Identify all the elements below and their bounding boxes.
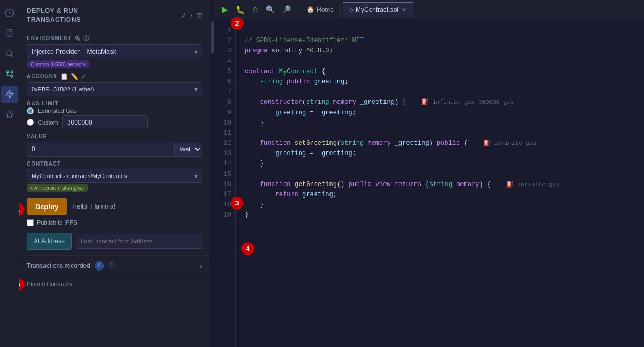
panel-header: DEPLOY & RUN TRANSACTIONS ✓ › ⊞ xyxy=(19,0,210,29)
code-content[interactable]: // SPDX-License-Identifier: MIT pragma s… xyxy=(236,19,644,347)
line-numbers: 1 2 3 4 5 6 7 8 9 10 11 12 13 14 15 16 1… xyxy=(215,19,236,347)
account-label: ACCOUNT xyxy=(27,73,57,79)
environment-label: ENVIRONMENT 🔌 ⓘ xyxy=(27,35,202,42)
svg-point-2 xyxy=(6,51,11,56)
panel-header-icons: ✓ › ⊞ xyxy=(180,11,202,20)
value-section: VALUE Wei xyxy=(27,134,202,157)
tab-close-icon[interactable]: ✕ xyxy=(402,6,406,13)
edit-icon[interactable]: ✏️ xyxy=(70,73,78,80)
pinned-row: Pinned Contracts xyxy=(19,276,210,291)
account-select-row[interactable]: 0xEBF...31B22 (1 ether) ▾ xyxy=(27,82,202,96)
gas-label: GAS LIMIT xyxy=(27,101,202,106)
zoom-in-icon[interactable]: 🔎 xyxy=(280,3,294,16)
gas-estimated-label: Estimated Gas xyxy=(38,107,76,114)
at-address-row: At Address xyxy=(27,233,202,250)
gas-estimated-row: Estimated Gas xyxy=(27,107,202,114)
account-icons: 📋 ✏️ ↗ xyxy=(60,73,86,80)
scrollbar-thumb[interactable] xyxy=(211,21,214,53)
svg-point-3 xyxy=(11,75,13,77)
contract-select[interactable]: MyContract - contracts/MyContract.s xyxy=(27,169,190,182)
env-info-icon[interactable]: ⓘ xyxy=(83,35,89,42)
copy-icon[interactable]: 📋 xyxy=(60,73,68,80)
value-input-row: Wei xyxy=(27,142,202,157)
environment-select-row[interactable]: Injected Provider – MetaMask ▾ xyxy=(27,44,202,59)
account-chevron-icon: ▾ xyxy=(190,86,202,93)
annotation-4: 4 xyxy=(241,242,254,255)
run-icon[interactable]: ▶ xyxy=(219,2,231,17)
panel-body: ENVIRONMENT 🔌 ⓘ Injected Provider – Meta… xyxy=(19,29,210,255)
gas-section: GAS LIMIT Estimated Gas Custom xyxy=(27,101,202,129)
environment-section: ENVIRONMENT 🔌 ⓘ Injected Provider – Meta… xyxy=(27,35,202,68)
account-select[interactable]: 0xEBF...31B22 (1 ether) xyxy=(27,83,190,96)
environment-select[interactable]: Injected Provider – MetaMask xyxy=(27,45,190,59)
publish-checkbox[interactable] xyxy=(27,219,34,226)
transactions-row[interactable]: Transactions recorded 0 ⓘ › xyxy=(19,255,210,276)
home-tab-label: Home xyxy=(317,6,334,13)
account-section: ACCOUNT 📋 ✏️ ↗ 0xEBF...31B22 (1 ether) ▾ xyxy=(27,73,202,96)
icon-search[interactable] xyxy=(1,45,18,62)
publish-row: Publish to IPFS xyxy=(27,219,202,226)
home-tab-icon: 🏠 xyxy=(307,6,315,13)
main-area: 2 3 4 ▶ 🐛 ⊙ 🔍 🔎 🏠 Home ◇ MyContract.sol xyxy=(215,0,644,347)
layout-icon[interactable]: ⊞ xyxy=(196,11,202,20)
value-label: VALUE xyxy=(27,134,202,140)
tab-file[interactable]: ◇ MyContract.sol ✕ xyxy=(343,2,413,17)
check-icon[interactable]: ✓ xyxy=(180,11,187,20)
at-address-input[interactable] xyxy=(76,234,202,249)
debug-icon[interactable]: 🐛 xyxy=(233,3,247,16)
icon-files[interactable] xyxy=(1,25,18,42)
code-area: 1 2 3 4 5 6 7 8 9 10 11 12 13 14 15 16 1… xyxy=(215,19,644,347)
publish-label: Publish to IPFS xyxy=(37,219,77,226)
evm-badge: evm version: shanghai xyxy=(27,184,88,192)
contract-label: CONTRACT xyxy=(27,161,202,167)
external-link-icon[interactable]: ↗ xyxy=(81,73,86,80)
annotation-3: 3 xyxy=(231,197,244,210)
annotation-2: 2 xyxy=(231,17,244,30)
file-tab-label: MyContract.sol xyxy=(356,6,398,13)
deploy-hello-text: Hello, Flamma! xyxy=(72,203,115,210)
zoom-out-icon[interactable]: 🔍 xyxy=(263,3,278,16)
scrollbar-divider xyxy=(210,0,215,347)
svg-marker-6 xyxy=(6,90,13,98)
deploy-panel: 1 5 DEPLOY & RUN TRANSACTIONS ✓ › ⊞ ENVI… xyxy=(19,0,210,347)
arrow-right-icon[interactable]: › xyxy=(190,11,193,20)
env-plug-icon: 🔌 xyxy=(74,35,81,41)
toggle-icon[interactable]: ⊙ xyxy=(249,3,261,16)
value-input[interactable] xyxy=(27,142,174,156)
deploy-button[interactable]: Deploy xyxy=(27,198,67,215)
env-chevron-icon: ▾ xyxy=(190,48,202,56)
value-unit-select[interactable]: Wei xyxy=(174,143,202,155)
gas-custom-row: Custom xyxy=(27,115,202,129)
code-editor: ▶ 🐛 ⊙ 🔍 🔎 🏠 Home ◇ MyContract.sol ✕ 1 2 … xyxy=(215,0,644,347)
file-tab-icon: ◇ xyxy=(349,6,354,13)
icon-home[interactable] xyxy=(1,4,18,21)
at-address-button[interactable]: At Address xyxy=(27,233,72,250)
gas-estimated-radio[interactable] xyxy=(27,107,34,114)
transactions-info-icon[interactable]: ⓘ xyxy=(108,261,115,270)
gas-custom-input[interactable] xyxy=(62,115,148,129)
svg-point-4 xyxy=(6,71,9,73)
transactions-left: Transactions recorded 0 ⓘ xyxy=(27,261,115,271)
gas-custom-radio-row: Custom xyxy=(27,119,58,126)
icon-git[interactable] xyxy=(1,65,18,82)
svg-point-5 xyxy=(11,71,13,73)
contract-select-row[interactable]: MyContract - contracts/MyContract.s ▾ xyxy=(27,169,202,183)
icon-bar xyxy=(0,0,19,347)
icon-plugin[interactable] xyxy=(1,106,18,123)
transactions-badge: 0 xyxy=(95,261,104,271)
contract-section: CONTRACT MyContract - contracts/MyContra… xyxy=(27,161,202,192)
panel-title: DEPLOY & RUN TRANSACTIONS xyxy=(27,6,81,25)
tab-home[interactable]: 🏠 Home xyxy=(300,3,341,17)
transactions-label: Transactions recorded xyxy=(27,262,90,269)
contract-chevron-icon: ▾ xyxy=(190,172,202,180)
editor-toolbar: ▶ 🐛 ⊙ 🔍 🔎 xyxy=(219,2,294,17)
editor-tabs: ▶ 🐛 ⊙ 🔍 🔎 🏠 Home ◇ MyContract.sol ✕ xyxy=(215,0,644,19)
transactions-expand-icon[interactable]: › xyxy=(200,261,202,270)
gas-custom-radio[interactable] xyxy=(27,119,34,126)
icon-deploy[interactable] xyxy=(1,86,18,103)
gas-custom-label: Custom xyxy=(38,119,58,126)
network-badge: Custom (6550) network xyxy=(27,60,90,68)
account-label-row: ACCOUNT 📋 ✏️ ↗ xyxy=(27,73,202,80)
deploy-row: Deploy Hello, Flamma! xyxy=(27,198,202,215)
